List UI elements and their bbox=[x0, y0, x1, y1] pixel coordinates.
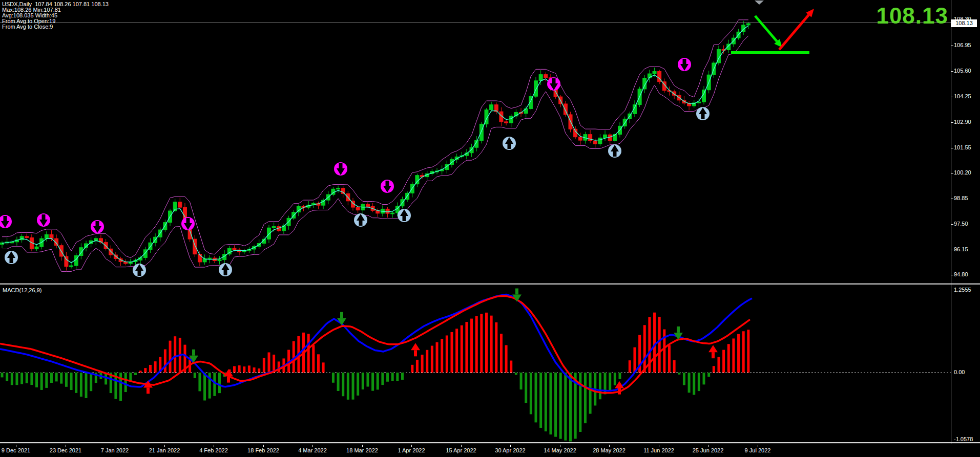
macd-histogram-bar bbox=[416, 360, 419, 373]
candle-body bbox=[70, 266, 73, 267]
time-tick-mark bbox=[461, 445, 462, 447]
price-tick-label: 105.60 bbox=[954, 68, 971, 74]
macd-histogram-bar bbox=[312, 345, 315, 373]
time-tick-mark bbox=[411, 445, 412, 447]
candle-body bbox=[45, 234, 48, 238]
macd-histogram-bar bbox=[717, 357, 720, 373]
candle-body bbox=[653, 71, 656, 74]
chart-shift-triangle[interactable] bbox=[755, 1, 764, 5]
macd-histogram-bar bbox=[233, 366, 236, 373]
candle-body bbox=[366, 204, 369, 206]
macd-histogram-bar bbox=[119, 373, 122, 401]
time-tick-mark bbox=[708, 445, 708, 447]
buy-signal-arrow bbox=[613, 151, 617, 157]
macd-buy-arrow-icon bbox=[414, 350, 417, 356]
macd-histogram-bar bbox=[139, 371, 142, 373]
lower-band-line bbox=[2, 36, 748, 271]
time-axis[interactable] bbox=[0, 444, 980, 457]
candle-body bbox=[35, 247, 38, 249]
price-tick-mark bbox=[951, 173, 953, 173]
support-line[interactable] bbox=[731, 51, 809, 54]
macd-histogram-bar bbox=[703, 373, 705, 384]
macd-histogram-bar bbox=[60, 373, 62, 384]
candle-body bbox=[479, 124, 483, 140]
macd-histogram-bar bbox=[707, 373, 710, 377]
price-tick-mark bbox=[951, 275, 953, 275]
macd-histogram-bar bbox=[258, 368, 260, 373]
macd-histogram-bar bbox=[455, 329, 458, 373]
time-axis-label: 11 Jun 2022 bbox=[643, 447, 674, 453]
macd-histogram-bar bbox=[505, 345, 508, 373]
pane-separator-top[interactable] bbox=[0, 283, 980, 284]
time-tick-mark bbox=[609, 445, 610, 447]
macd-histogram-bar bbox=[678, 373, 680, 375]
candle-body bbox=[593, 141, 597, 144]
candle-body bbox=[598, 138, 602, 144]
macd-histogram-bar bbox=[426, 350, 428, 373]
macd-histogram-bar bbox=[643, 325, 646, 373]
macd-histogram-bar bbox=[55, 373, 58, 381]
time-tick-mark bbox=[362, 445, 363, 447]
macd-histogram-bar bbox=[293, 341, 295, 373]
candle-body bbox=[337, 188, 340, 189]
candle-body bbox=[746, 24, 750, 25]
candle-body bbox=[391, 213, 394, 214]
buy-signal-arrow bbox=[701, 114, 705, 119]
macd-histogram-bar bbox=[70, 373, 73, 390]
macd-histogram-bar bbox=[307, 334, 310, 373]
macd-histogram-bar bbox=[549, 373, 552, 434]
macd-histogram-bar bbox=[26, 373, 28, 383]
price-tick-label: 100.20 bbox=[954, 169, 971, 176]
candle-body bbox=[218, 260, 221, 261]
macd-histogram-bar bbox=[391, 373, 394, 381]
macd-histogram-bar bbox=[589, 373, 592, 414]
macd-scale-min: -1.0578 bbox=[954, 436, 973, 443]
macd-histogram-bar bbox=[401, 373, 404, 380]
price-tick-label: 94.80 bbox=[954, 271, 968, 278]
time-axis-label: 7 Jan 2022 bbox=[101, 447, 129, 453]
price-tick-label: 97.50 bbox=[954, 221, 968, 227]
macd-histogram-bar bbox=[15, 373, 18, 385]
macd-sell-arrow-icon bbox=[192, 350, 195, 356]
macd-histogram-bar bbox=[366, 373, 369, 387]
macd-histogram-bar bbox=[683, 373, 685, 385]
macd-histogram-bar bbox=[208, 373, 211, 399]
macd-histogram-bar bbox=[520, 373, 523, 389]
macd-histogram-bar bbox=[737, 334, 740, 373]
macd-histogram-bar bbox=[658, 317, 661, 373]
macd-histogram-bar bbox=[722, 350, 725, 373]
pane-separator-bottom[interactable] bbox=[0, 442, 980, 443]
buy-signal-arrow bbox=[403, 215, 406, 221]
macd-histogram-bar bbox=[480, 314, 483, 373]
macd-histogram-bar bbox=[45, 373, 48, 388]
time-tick-mark bbox=[312, 445, 313, 447]
chart-canvas[interactable] bbox=[0, 0, 980, 457]
macd-histogram-bar bbox=[278, 361, 280, 373]
macd-buy-arrow-icon bbox=[227, 377, 230, 383]
macd-histogram-bar bbox=[470, 319, 473, 373]
candle-body bbox=[233, 248, 236, 250]
macd-histogram-bar bbox=[85, 373, 88, 398]
down-trend-arrow[interactable] bbox=[755, 16, 777, 41]
macd-histogram-bar bbox=[673, 360, 676, 373]
pane-separator-top2[interactable] bbox=[0, 285, 980, 285]
time-tick-mark bbox=[758, 445, 758, 447]
macd-histogram-bar bbox=[727, 344, 730, 373]
time-axis-label: 9 Dec 2021 bbox=[2, 447, 30, 453]
current-price-box: 108.13 bbox=[951, 19, 977, 27]
price-tick-label: 104.25 bbox=[954, 93, 971, 100]
candle-body bbox=[539, 75, 543, 81]
price-tick-mark bbox=[951, 122, 953, 123]
candle-body bbox=[25, 236, 29, 238]
macd-histogram-bar bbox=[164, 350, 166, 373]
time-tick-mark bbox=[66, 445, 66, 447]
time-tick-mark bbox=[659, 445, 659, 447]
macd-buy-arrow-icon bbox=[708, 345, 718, 352]
macd-histogram-bar bbox=[668, 345, 671, 373]
up-trend-arrow[interactable] bbox=[779, 15, 809, 50]
sell-signal-arrow bbox=[42, 214, 46, 220]
sell-signal-arrow bbox=[386, 181, 389, 186]
macd-histogram-bar bbox=[490, 316, 493, 373]
candle-body bbox=[578, 137, 582, 140]
macd-histogram-bar bbox=[11, 373, 13, 385]
